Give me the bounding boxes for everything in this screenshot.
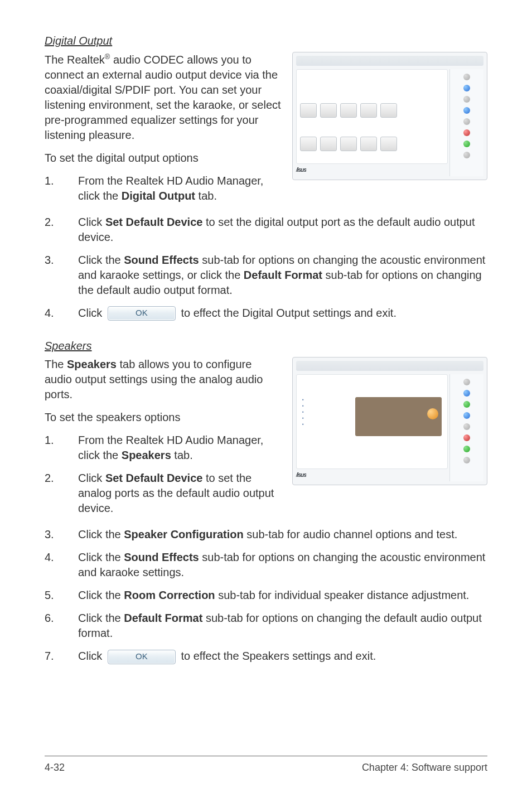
- text: Click the: [78, 254, 124, 266]
- step-number: 2.: [45, 471, 61, 516]
- screenshot-brand: /isus: [296, 167, 306, 173]
- text-bold: Digital Output: [122, 190, 195, 202]
- text-bold: Set Default Device: [105, 216, 203, 228]
- list-item: 3. Click the Speaker Configuration sub-t…: [45, 527, 487, 542]
- text: Click: [78, 216, 105, 228]
- text: sub-tab for individual speaker distance …: [215, 589, 470, 601]
- step-number: 3.: [45, 253, 61, 298]
- step-number: 2.: [45, 215, 61, 245]
- text: Click the: [78, 612, 124, 624]
- list-item: 1. From the Realtek HD Audio Manager, cl…: [45, 173, 281, 204]
- screenshot-speakers: ▪▪▪▪▪ /isus: [292, 357, 487, 485]
- text-bold: Default Format: [124, 612, 202, 624]
- step-text: Click the Default Format sub-tab for opt…: [78, 611, 487, 641]
- text: Click the: [78, 528, 124, 540]
- text: to effect the Speakers settings and exit…: [178, 650, 376, 662]
- step-number: 1.: [45, 433, 61, 463]
- list-item: 3. Click the Sound Effects sub-tab for o…: [45, 253, 487, 298]
- section-heading-digital-output: Digital Output: [45, 33, 487, 49]
- ok-button[interactable]: OK: [108, 306, 176, 321]
- text: Click the: [78, 551, 124, 563]
- list-item: 2. Click Set Default Device to set the d…: [45, 215, 487, 245]
- digital-output-intro: The Realtek® audio CODEC allows you to c…: [45, 52, 281, 143]
- section-heading-speakers: Speakers: [45, 339, 487, 354]
- text-bold: Default Format: [244, 269, 322, 281]
- text-bold: Room Correction: [124, 589, 215, 601]
- text-bold: Speaker Configuration: [124, 528, 243, 540]
- step-text: Click Set Default Device to set the anal…: [78, 471, 281, 516]
- text: The Realtek: [45, 54, 105, 66]
- chapter-title: Chapter 4: Software support: [362, 761, 487, 774]
- text-bold: Speakers: [67, 358, 117, 370]
- step-text: Click the Sound Effects sub-tab for opti…: [78, 253, 487, 298]
- step-number: 3.: [45, 527, 61, 542]
- page-number: 4-32: [45, 761, 65, 774]
- digital-output-lead: To set the digital output options: [45, 151, 281, 166]
- screenshot-brand: /isus: [296, 472, 306, 478]
- step-text: Click OK to effect the Speakers settings…: [78, 649, 487, 664]
- text: tab.: [171, 449, 193, 461]
- text: sub-tab for audio channel options and te…: [244, 528, 458, 540]
- step-text: From the Realtek HD Audio Manager, click…: [78, 173, 281, 204]
- step-number: 4.: [45, 306, 61, 321]
- text: Click: [78, 650, 105, 662]
- list-item: 6. Click the Default Format sub-tab for …: [45, 611, 487, 641]
- speakers-lead: To set the speakers options: [45, 410, 281, 425]
- list-item: 4. Click OK to effect the Digital Output…: [45, 306, 487, 321]
- list-item: 1. From the Realtek HD Audio Manager, cl…: [45, 433, 281, 463]
- screenshot-digital-output: /isus: [292, 52, 487, 180]
- list-item: 2. Click Set Default Device to set the a…: [45, 471, 281, 516]
- step-text: Click the Speaker Configuration sub-tab …: [78, 527, 487, 542]
- text: audio CODEC allows you to connect an ext…: [45, 54, 281, 141]
- text: Click the: [78, 589, 124, 601]
- speakers-intro: The Speakers tab allows you to configure…: [45, 357, 281, 402]
- step-number: 7.: [45, 649, 61, 664]
- step-text: Click the Sound Effects sub-tab for opti…: [78, 550, 487, 580]
- reg-mark: ®: [105, 52, 110, 61]
- text-bold: Speakers: [122, 449, 171, 461]
- list-item: 4. Click the Sound Effects sub-tab for o…: [45, 550, 487, 580]
- text-bold: Sound Effects: [124, 254, 199, 266]
- text: The: [45, 358, 67, 370]
- step-text: From the Realtek HD Audio Manager, click…: [78, 433, 281, 463]
- text: to effect the Digital Output settings an…: [178, 307, 396, 319]
- text: Click: [78, 307, 105, 319]
- step-text: Click Set Default Device to set the digi…: [78, 215, 487, 245]
- step-text: Click OK to effect the Digital Output se…: [78, 306, 487, 321]
- step-text: Click the Room Correction sub-tab for in…: [78, 588, 487, 603]
- text: tab.: [195, 190, 217, 202]
- step-number: 6.: [45, 611, 61, 641]
- page-footer: 4-32 Chapter 4: Software support: [45, 756, 487, 774]
- step-number: 5.: [45, 588, 61, 603]
- ok-button[interactable]: OK: [108, 650, 176, 664]
- step-number: 4.: [45, 550, 61, 580]
- step-number: 1.: [45, 173, 61, 204]
- text: Click: [78, 472, 105, 484]
- list-item: 7. Click OK to effect the Speakers setti…: [45, 649, 487, 664]
- text-bold: Sound Effects: [124, 551, 199, 563]
- text-bold: Set Default Device: [105, 472, 203, 484]
- list-item: 5. Click the Room Correction sub-tab for…: [45, 588, 487, 603]
